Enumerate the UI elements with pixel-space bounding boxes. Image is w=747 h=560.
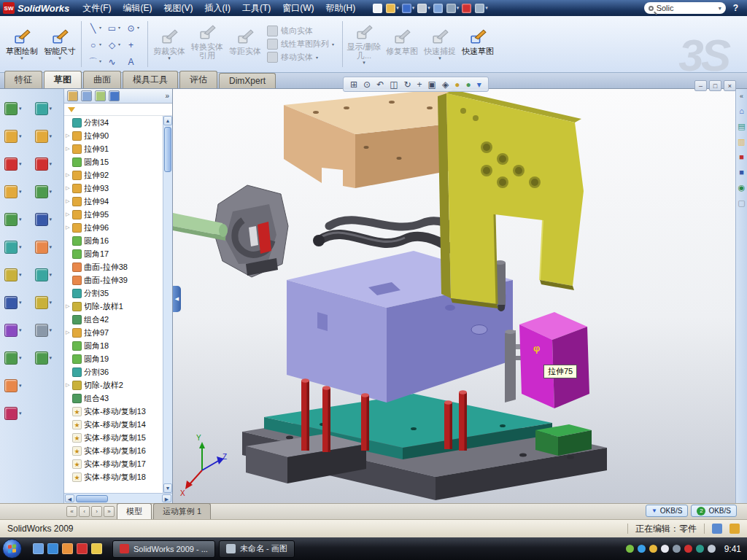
explorer-icon[interactable] — [91, 543, 102, 554]
tray-security-icon[interactable] — [684, 545, 692, 553]
next-tab-button[interactable]: › — [91, 506, 102, 517]
scroll-right-button[interactable]: ▶ — [162, 494, 171, 502]
display-style-icon[interactable]: ◈ — [442, 80, 449, 89]
tray-update-icon[interactable] — [649, 545, 657, 553]
ribbon-tab[interactable]: 模具工具 — [123, 71, 178, 88]
panel-overflow-button[interactable]: » — [165, 92, 169, 100]
dimxpertmanager-tab-icon[interactable] — [109, 90, 120, 101]
display-delete-relations-button[interactable]: 显示/删除几... ▾ — [345, 18, 383, 71]
sketch-pencil-icon[interactable]: ▾ — [32, 344, 62, 372]
arc-tool[interactable]: ⌒ ▾ — [87, 53, 104, 69]
menu-item[interactable]: 编辑(E) — [117, 0, 158, 16]
feature-tree-item[interactable]: ★ 实体-移动/复制17 — [64, 457, 163, 470]
document-recovery-icon[interactable]: ▢ — [738, 199, 745, 207]
tray-volume-icon[interactable] — [661, 545, 669, 553]
apply-scene-icon[interactable]: ● — [465, 80, 471, 89]
quick-snaps-button[interactable]: 快速捕捉 ▾ — [421, 18, 459, 71]
tree-expander-icon[interactable]: ▷ — [66, 382, 72, 388]
section-view-icon[interactable]: ◫ — [390, 80, 398, 89]
feature-tree-item[interactable]: 圆角17 — [64, 247, 163, 260]
feature-tree-item[interactable]: ★ 实体-移动/复制16 — [64, 444, 163, 457]
propertymanager-tab-icon[interactable] — [81, 90, 92, 101]
status-help-icon[interactable] — [712, 524, 722, 534]
tree-expander-icon[interactable]: ▷ — [66, 211, 72, 217]
feature-tree-item[interactable]: ★ 实体-移动/复制18 — [64, 470, 163, 483]
ie-browser-icon[interactable] — [47, 543, 58, 554]
scroll-down-button[interactable]: ▼ — [163, 483, 172, 493]
convert-entities-button[interactable]: 转换实体引用 — [188, 18, 226, 71]
tray-network-icon[interactable] — [673, 545, 681, 553]
menu-item[interactable]: 文件(F) — [77, 0, 117, 16]
scrollbar-thumb[interactable] — [76, 495, 108, 502]
rectangle-tool[interactable]: ▭ ▾ — [106, 20, 123, 36]
rapid-sketch-button[interactable]: 快速草图 — [459, 18, 497, 71]
feature-tree-item[interactable]: ▷ 拉伸97 — [64, 326, 163, 339]
select-icon[interactable]: ▾ — [446, 4, 460, 13]
tray-battery-icon[interactable] — [708, 545, 716, 553]
edit-appearance-icon[interactable]: ● — [454, 80, 460, 89]
first-tab-button[interactable]: « — [66, 506, 77, 517]
feature-tree-item[interactable]: ★ 实体-移动/复制14 — [64, 418, 163, 431]
linear-sketch-pattern-button[interactable]: 线性草图阵列 ▾ — [267, 39, 337, 50]
weldments-flyout-icon[interactable]: ▾ — [32, 95, 62, 122]
offset-entities-button[interactable]: 等距实体 — [226, 18, 264, 71]
tree-expander-icon[interactable]: ▷ — [66, 330, 72, 335]
minimize-button[interactable]: – — [694, 80, 707, 91]
rebuild-icon[interactable] — [462, 4, 472, 13]
custom-properties-icon[interactable]: ■ — [739, 168, 744, 176]
view-settings-icon[interactable]: ▾ — [477, 80, 481, 89]
feature-tree-item[interactable]: 曲面-拉伸39 — [64, 273, 163, 287]
configurationmanager-tab-icon[interactable] — [95, 90, 106, 101]
extrude-flyout-icon[interactable]: ▾ — [1, 178, 31, 206]
new-document-icon[interactable] — [373, 4, 383, 13]
zoom-fit-icon[interactable]: ⊞ — [350, 80, 357, 89]
mold-tools-flyout-icon[interactable]: ▾ — [1, 316, 31, 344]
model-extrude75-block[interactable]: φ — [519, 312, 589, 408]
text-tool[interactable]: A — [125, 53, 142, 69]
scroll-up-button[interactable]: ▲ — [163, 116, 172, 125]
show-desktop-icon[interactable] — [33, 543, 44, 554]
feature-tree-item[interactable]: 曲面-拉伸38 — [64, 260, 163, 273]
relations-flyout-icon[interactable]: ▾ — [32, 150, 62, 178]
smart-dimension-button[interactable]: 智能尺寸 ▾ — [41, 18, 79, 71]
tree-expander-icon[interactable]: ▷ — [66, 198, 72, 204]
restore-button[interactable]: □ — [709, 80, 721, 91]
feature-tree-item[interactable]: 圆角19 — [64, 352, 163, 365]
convert-flyout-icon[interactable]: ▾ — [32, 206, 62, 233]
tray-antivirus-icon[interactable] — [626, 545, 634, 553]
taskbar-clock[interactable]: 9:41 — [724, 544, 741, 554]
pan-icon[interactable]: + — [417, 80, 422, 89]
spline-flyout-icon[interactable]: ▾ — [32, 289, 62, 316]
taskbar-window-button[interactable]: 未命名 - 画图 — [219, 540, 295, 558]
undo-icon[interactable] — [433, 4, 444, 13]
menu-item[interactable]: 帮助(H) — [320, 0, 362, 16]
search-box[interactable]: Solic ▾ — [644, 2, 726, 14]
task-pane-collapse-button[interactable]: « — [740, 93, 743, 100]
prev-tab-button[interactable]: ‹ — [79, 506, 90, 517]
tree-filter-bar[interactable] — [64, 104, 172, 116]
mirror-flyout-icon[interactable]: ▾ — [32, 261, 62, 289]
model-support-post[interactable] — [505, 330, 516, 402]
feature-tree-item[interactable]: 圆角18 — [64, 339, 163, 352]
open-document-icon[interactable]: ▾ — [386, 4, 399, 13]
feature-tree-item[interactable]: 组合42 — [64, 313, 163, 326]
tray-messenger-icon[interactable] — [638, 545, 646, 553]
print-icon[interactable]: ▾ — [417, 4, 430, 13]
feature-tree-item[interactable]: ▷ 拉伸91 — [64, 142, 163, 155]
upload-speed[interactable]: 2 OKB/S — [691, 505, 737, 517]
features-flyout-icon[interactable]: ▾ — [1, 150, 31, 178]
reference-geometry-flyout-icon[interactable]: ▾ — [1, 289, 31, 316]
feature-tree-item[interactable]: 分割35 — [64, 287, 163, 300]
feature-tree-item[interactable]: 组合43 — [64, 392, 163, 405]
feature-tree-item[interactable]: ▷ 拉伸90 — [64, 129, 163, 142]
zoom-area-icon[interactable]: ⊙ — [363, 80, 371, 89]
surface-flyout-icon[interactable]: ▾ — [1, 233, 31, 261]
tree-vertical-scrollbar[interactable]: ▲ ▼ — [163, 116, 172, 493]
search-dropdown-icon[interactable]: ▾ — [719, 5, 721, 12]
spline-tool[interactable]: ∿ — [106, 53, 123, 69]
solidworks-launcher-icon[interactable] — [77, 543, 88, 554]
document-tab[interactable]: 模型 — [117, 503, 152, 519]
tree-horizontal-scrollbar[interactable]: ◀ ▶ — [64, 493, 172, 503]
media-player-icon[interactable] — [62, 543, 73, 554]
solidworks-resources-icon[interactable]: ■ — [739, 153, 744, 161]
